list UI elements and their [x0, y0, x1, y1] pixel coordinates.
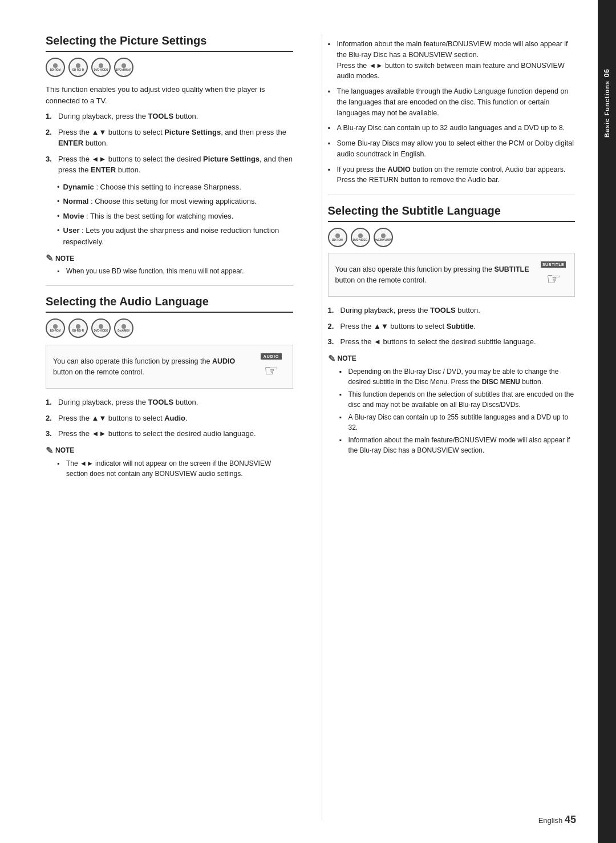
- subtitle-note-4: ▪ Information about the main feature/BON…: [339, 435, 576, 455]
- picture-settings-section: Selecting the Picture Settings BD-ROM BD…: [46, 34, 293, 276]
- audio-step-2: 2. Press the ▲▼ buttons to select Audio.: [46, 413, 293, 424]
- subtitle-note-2: ▪ This function depends on the selection…: [339, 389, 576, 410]
- language-label: English: [538, 816, 563, 825]
- picture-settings-steps: 1. During playback, press the TOOLS butt…: [46, 111, 293, 176]
- note-item-1: ▪ When you use BD wise function, this me…: [57, 266, 293, 276]
- subtitle-disc-divx: DivX/MKV/MP4: [374, 228, 393, 247]
- subtitle-language-title: Selecting the Subtitle Language: [328, 204, 576, 222]
- picture-settings-bullets: • Dynamic : Choose this setting to incre…: [57, 181, 293, 248]
- picture-settings-intro: This function enables you to adjust vide…: [46, 84, 293, 106]
- subtitle-note: ✎ NOTE ▪ Depending on the Blu-ray Disc /…: [328, 353, 576, 455]
- subtitle-disc-bdrom: BD-ROM: [328, 228, 347, 247]
- picture-disc-icons: BD-ROM BD-RE/-R DVD-VIDEO DVD+RW/+R: [46, 58, 293, 77]
- page-footer: English 45: [538, 814, 576, 826]
- audio-box: You can also operate this function by pr…: [46, 345, 293, 389]
- right-note-5: ▪ If you press the AUDIO button on the r…: [328, 164, 576, 186]
- page-number: 45: [565, 814, 576, 825]
- subtitle-step-3: 3. Press the ◄ buttons to select the des…: [328, 336, 576, 348]
- subtitle-step-1: 1. During playback, press the TOOLS butt…: [328, 305, 576, 316]
- subtitle-steps: 1. During playback, press the TOOLS butt…: [328, 305, 576, 348]
- right-note-3: ▪ A Blu-ray Disc can contain up to 32 au…: [328, 123, 576, 134]
- tab-number: 06: [603, 68, 611, 77]
- right-column: ▪ Information about the main feature/BON…: [322, 34, 576, 820]
- tab-label: Basic Functions: [603, 80, 610, 138]
- subtitle-step-2: 2. Press the ▲▼ buttons to select Subtit…: [328, 321, 576, 332]
- step-2: 2. Press the ▲▼ buttons to select Pictur…: [46, 127, 293, 149]
- audio-steps: 1. During playback, press the TOOLS butt…: [46, 397, 293, 439]
- subtitle-note-3: ▪ A Blu-ray Disc can contain up to 255 s…: [339, 412, 576, 433]
- subtitle-language-section: Selecting the Subtitle Language BD-ROM D…: [328, 204, 576, 455]
- note-icon: ✎: [46, 253, 53, 264]
- audio-disc-bdrer: BD-RE/-R: [68, 318, 88, 338]
- audio-disc-icons: BD-ROM BD-RE/-R DVD-VIDEO DivX/MKV: [46, 318, 293, 338]
- audio-language-section: Selecting the Audio Language BD-ROM BD-R…: [46, 295, 293, 479]
- disc-icon-dvdplus: DVD+RW/+R: [114, 58, 133, 77]
- subtitle-note-icon: ✎: [328, 353, 335, 364]
- subtitle-note-1: ▪ Depending on the Blu-ray Disc / DVD, y…: [339, 366, 576, 387]
- subtitle-disc-icons: BD-ROM DVD-VIDEO DivX/MKV/MP4: [328, 228, 393, 247]
- right-note-4: ▪ Some Blu-ray Discs may allow you to se…: [328, 138, 576, 160]
- audio-note: ✎ NOTE ▪ The ◄► indicator will not appea…: [46, 445, 293, 479]
- side-tab: 06 Basic Functions: [598, 0, 616, 843]
- audio-note-1: ▪ The ◄► indicator will not appear on th…: [57, 458, 293, 479]
- picture-settings-note: ✎ NOTE ▪ When you use BD wise function, …: [46, 253, 293, 276]
- audio-note-icon: ✎: [46, 445, 53, 456]
- left-column: Selecting the Picture Settings BD-ROM BD…: [46, 34, 305, 820]
- bullet-normal: • Normal : Choose this setting for most …: [57, 196, 293, 207]
- audio-step-3: 3. Press the ◄► buttons to select the de…: [46, 428, 293, 439]
- subtitle-disc-dvdvideo: DVD-VIDEO: [351, 228, 370, 247]
- bullet-user: • User : Lets you adjust the sharpness a…: [57, 225, 293, 247]
- bullet-movie: • Movie : This is the best setting for w…: [57, 211, 293, 222]
- step-1: 1. During playback, press the TOOLS butt…: [46, 111, 293, 122]
- right-note-2: ▪ The languages available through the Au…: [328, 86, 576, 118]
- audio-disc-divx: DivX/MKV: [114, 318, 133, 338]
- disc-icon-bdrom: BD-ROM: [46, 58, 65, 77]
- main-content: Selecting the Picture Settings BD-ROM BD…: [0, 0, 598, 843]
- subtitle-hand-icon: ☞: [546, 269, 561, 288]
- hand-icon: ☞: [264, 361, 278, 380]
- audio-box-text: You can also operate this function by pr…: [53, 356, 249, 378]
- page: Selecting the Picture Settings BD-ROM BD…: [0, 0, 616, 843]
- right-audio-notes: ▪ Information about the main feature/BON…: [328, 39, 576, 185]
- disc-icon-bdrer: BD-RE/-R: [68, 58, 88, 77]
- audio-language-title: Selecting the Audio Language: [46, 295, 293, 313]
- picture-settings-title: Selecting the Picture Settings: [46, 34, 293, 52]
- subtitle-button-image: SUBTITLE ☞: [539, 259, 568, 291]
- subtitle-box-text: You can also operate this function by pr…: [335, 264, 532, 286]
- audio-disc-bdrom: BD-ROM: [46, 318, 65, 338]
- audio-disc-dvdvideo: DVD-VIDEO: [91, 318, 111, 338]
- subtitle-box: You can also operate this function by pr…: [328, 253, 576, 297]
- divider-1: [46, 285, 293, 286]
- subtitle-header-row: BD-ROM DVD-VIDEO DivX/MKV/MP4: [328, 228, 576, 247]
- step-3: 3. Press the ◄► buttons to select the de…: [46, 154, 293, 176]
- right-note-1: ▪ Information about the main feature/BON…: [328, 39, 576, 82]
- audio-step-1: 1. During playback, press the TOOLS butt…: [46, 397, 293, 408]
- disc-icon-dvdvideo: DVD-VIDEO: [91, 58, 111, 77]
- bullet-dynamic: • Dynamic : Choose this setting to incre…: [57, 181, 293, 193]
- audio-button-image: AUDIO ☞: [257, 351, 286, 382]
- divider-right: [328, 195, 576, 195]
